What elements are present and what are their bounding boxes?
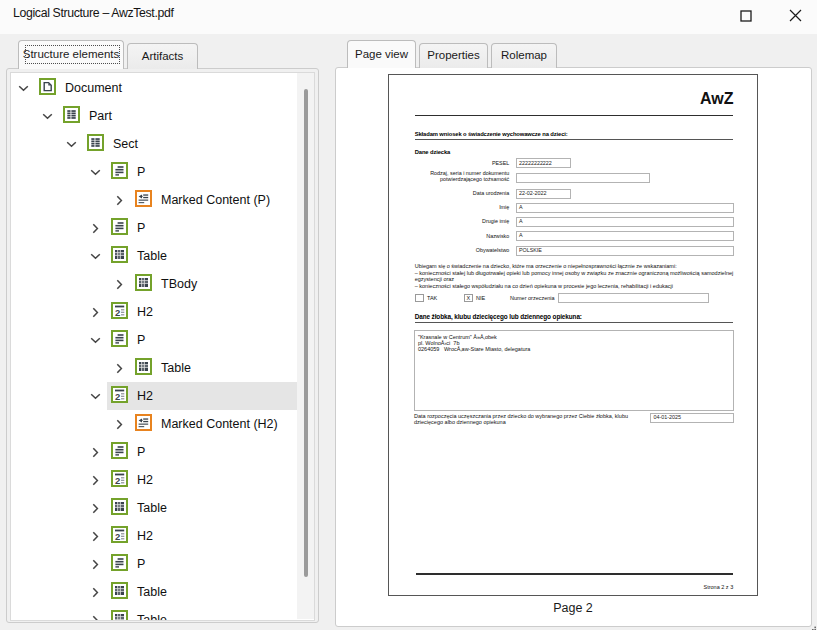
svg-text:2: 2 [115,530,120,541]
svg-text:2: 2 [115,390,120,401]
svg-text:2: 2 [115,474,120,485]
svg-text:2: 2 [115,306,120,317]
